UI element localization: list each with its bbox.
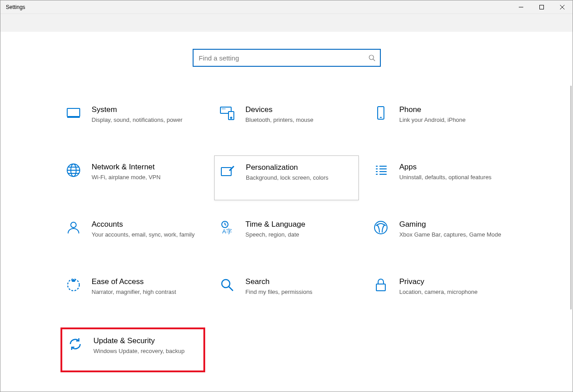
svg-rect-21 [221,168,231,176]
tile-search[interactable]: Search Find my files, permissions [214,270,359,315]
tile-accounts[interactable]: Accounts Your accounts, email, sync, wor… [60,213,205,258]
ease-of-access-icon [65,277,82,294]
tile-title: System [92,105,197,114]
content-area: System Display, sound, notifications, po… [0,32,573,392]
tile-desc: Narrator, magnifier, high contrast [92,288,197,296]
tile-devices[interactable]: Devices Bluetooth, printers, mouse [214,98,359,143]
gaming-icon [372,220,389,237]
tile-time-language[interactable]: A字 Time & Language Speech, region, date [214,213,359,258]
tile-desc: Display, sound, notifications, power [92,116,197,124]
titlebar: Settings [0,0,573,14]
tile-desc: Windows Update, recovery, backup [94,347,195,355]
maximize-button[interactable] [531,0,552,14]
apps-icon [372,163,389,180]
svg-text:A字: A字 [222,228,232,235]
tile-phone[interactable]: Phone Link your Android, iPhone [368,98,513,143]
svg-point-4 [369,55,374,60]
tile-desc: Background, lock screen, colors [246,174,350,182]
tile-title: Ease of Access [92,277,197,286]
search-tile-icon [219,277,236,294]
svg-line-33 [225,224,226,225]
search-icon [368,54,375,61]
search-input[interactable] [199,54,368,62]
tile-network[interactable]: Network & Internet Wi-Fi, airplane mode,… [60,155,205,200]
phone-icon [372,105,389,122]
svg-rect-39 [376,284,385,291]
tile-desc: Link your Android, iPhone [399,116,504,124]
tile-update-security[interactable]: Update & Security Windows Update, recove… [60,327,205,372]
svg-point-37 [222,280,230,288]
svg-rect-1 [540,5,544,9]
search-box[interactable] [193,49,381,67]
tile-title: Update & Security [94,336,195,345]
tile-desc: Find my files, permissions [246,288,351,296]
tile-desc: Location, camera, microphone [399,288,504,296]
tile-personalization[interactable]: Personalization Background, lock screen,… [214,155,359,200]
minimize-button[interactable] [511,0,531,14]
tile-title: Privacy [399,277,504,286]
accounts-icon [65,220,82,237]
tile-title: Personalization [246,163,350,172]
tile-privacy[interactable]: Privacy Location, camera, microphone [368,270,513,315]
tile-desc: Wi-Fi, airplane mode, VPN [92,173,197,181]
search-container [0,49,573,67]
svg-rect-6 [67,108,80,116]
update-security-icon [67,336,84,353]
tile-gaming[interactable]: Gaming Xbox Game Bar, captures, Game Mod… [368,213,513,258]
system-icon [65,105,82,122]
tile-desc: Speech, region, date [246,231,351,239]
devices-icon [219,105,236,122]
privacy-icon [372,277,389,294]
tile-title: Time & Language [246,220,351,229]
tile-desc: Xbox Game Bar, captures, Game Mode [399,231,504,239]
ribbon-area [0,14,573,32]
svg-line-38 [229,287,233,291]
window-controls [511,0,573,14]
tile-ease-of-access[interactable]: Ease of Access Narrator, magnifier, high… [60,270,205,315]
tile-system[interactable]: System Display, sound, notifications, po… [60,98,205,143]
tile-title: Accounts [92,220,197,229]
svg-line-5 [373,59,375,61]
tile-desc: Your accounts, email, sync, work, family [92,231,197,239]
tile-title: Phone [399,105,504,114]
tile-desc: Uninstall, defaults, optional features [399,173,504,181]
svg-point-30 [71,222,76,228]
tile-title: Apps [399,163,504,172]
network-icon [65,163,82,180]
scrollbar[interactable] [570,86,572,310]
tile-apps[interactable]: Apps Uninstall, defaults, optional featu… [368,155,513,200]
settings-grid: System Display, sound, notifications, po… [60,98,513,372]
tile-title: Search [246,277,351,286]
window-title: Settings [0,4,25,10]
tile-title: Network & Internet [92,163,197,172]
tile-title: Gaming [399,220,504,229]
tile-desc: Bluetooth, printers, mouse [246,116,351,124]
personalization-icon [219,163,236,180]
close-button[interactable] [552,0,573,14]
tile-title: Devices [246,105,351,114]
time-language-icon: A字 [219,220,236,237]
